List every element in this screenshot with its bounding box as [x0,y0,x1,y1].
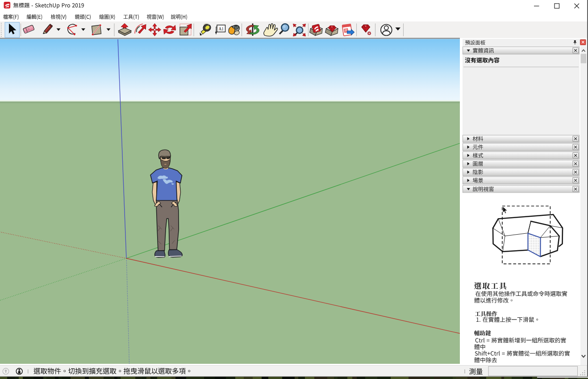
svg-text:A1: A1 [219,27,224,31]
